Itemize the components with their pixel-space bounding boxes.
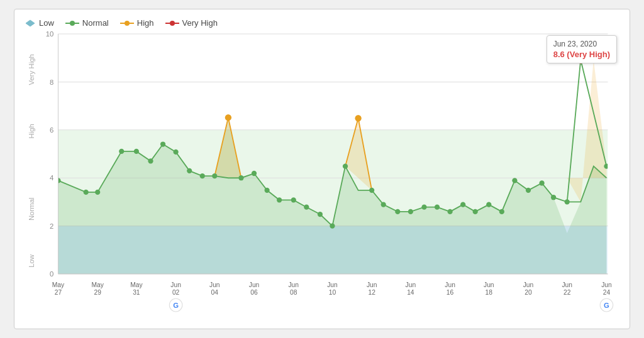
svg-text:8: 8	[50, 79, 53, 86]
svg-text:12: 12	[368, 289, 375, 296]
svg-text:6: 6	[50, 126, 53, 134]
svg-text:18: 18	[486, 289, 493, 296]
svg-point-45	[264, 188, 269, 193]
svg-point-47	[291, 197, 296, 202]
svg-text:G: G	[173, 302, 179, 309]
svg-point-67	[551, 195, 556, 200]
svg-text:04: 04	[211, 289, 219, 296]
svg-point-56	[408, 209, 413, 214]
svg-point-49	[318, 212, 323, 217]
svg-text:20: 20	[525, 289, 532, 296]
svg-text:Low: Low	[28, 254, 35, 268]
svg-point-55	[395, 209, 400, 214]
svg-text:Jun: Jun	[445, 281, 455, 288]
svg-text:29: 29	[94, 289, 101, 296]
svg-text:Very High: Very High	[28, 54, 35, 85]
svg-point-4	[125, 21, 130, 26]
svg-point-48	[304, 205, 309, 210]
svg-point-64	[512, 178, 517, 183]
svg-text:08: 08	[290, 289, 297, 296]
svg-text:May: May	[91, 281, 104, 288]
svg-point-6	[170, 21, 175, 26]
legend-high: High	[120, 18, 154, 28]
svg-text:02: 02	[172, 289, 180, 296]
svg-point-65	[526, 188, 531, 193]
svg-text:May: May	[130, 281, 143, 288]
svg-text:Jun: Jun	[288, 281, 299, 288]
chart-svg: Low Normal High Very High 0 2 4	[25, 34, 619, 313]
svg-point-40	[200, 173, 205, 178]
svg-point-52	[355, 115, 361, 121]
svg-point-66	[539, 180, 544, 185]
svg-text:2: 2	[50, 222, 53, 230]
svg-point-35	[134, 149, 139, 154]
svg-point-50	[330, 224, 335, 229]
svg-text:10: 10	[329, 289, 336, 296]
svg-point-33	[95, 190, 100, 195]
svg-text:24: 24	[603, 289, 611, 296]
svg-text:Jun: Jun	[562, 281, 572, 288]
svg-text:Jun: Jun	[484, 281, 494, 288]
svg-text:Jun: Jun	[249, 281, 260, 288]
tooltip-date: Jun 23, 2020	[553, 40, 610, 48]
legend-high-label: High	[137, 18, 154, 28]
svg-point-61	[473, 209, 478, 214]
svg-point-57	[421, 205, 426, 210]
svg-point-32	[84, 190, 89, 195]
legend-very-high-label: Very High	[182, 18, 218, 28]
svg-text:High: High	[28, 124, 35, 138]
svg-text:Jun: Jun	[327, 281, 338, 288]
svg-point-58	[435, 205, 440, 210]
svg-point-51	[343, 164, 348, 169]
svg-point-59	[447, 209, 452, 214]
legend-normal-label: Normal	[82, 18, 109, 28]
svg-point-34	[119, 149, 124, 154]
svg-point-42	[225, 114, 231, 121]
svg-text:22: 22	[564, 289, 571, 296]
svg-text:27: 27	[55, 289, 62, 296]
chart-legend: Low Normal High Very High	[25, 18, 619, 28]
svg-point-43	[238, 175, 243, 180]
svg-point-39	[187, 168, 192, 173]
svg-text:May: May	[52, 281, 65, 288]
svg-point-36	[148, 158, 153, 163]
svg-point-54	[381, 202, 386, 207]
legend-very-high: Very High	[165, 18, 218, 28]
svg-text:Jun: Jun	[209, 281, 220, 288]
svg-marker-27	[58, 226, 606, 274]
svg-text:31: 31	[133, 289, 140, 296]
svg-text:0: 0	[50, 270, 53, 278]
tooltip-value: 8.6 (Very High)	[553, 50, 610, 59]
svg-text:4: 4	[50, 174, 53, 182]
svg-text:Normal: Normal	[28, 197, 35, 221]
svg-point-68	[565, 199, 570, 204]
legend-normal: Normal	[65, 18, 109, 28]
svg-text:14: 14	[407, 289, 414, 296]
svg-text:16: 16	[447, 289, 454, 296]
svg-marker-0	[26, 20, 35, 26]
svg-point-44	[252, 171, 257, 176]
svg-point-37	[160, 141, 165, 146]
svg-point-62	[486, 202, 491, 207]
svg-text:Jun: Jun	[601, 281, 612, 288]
svg-text:06: 06	[250, 289, 258, 296]
svg-point-46	[277, 197, 282, 202]
chart-area: Jun 23, 2020 8.6 (Very High) Low Normal …	[25, 34, 619, 313]
legend-low-label: Low	[39, 18, 54, 28]
svg-text:Jun: Jun	[523, 281, 534, 288]
svg-point-41	[212, 173, 217, 178]
svg-point-70	[604, 164, 609, 169]
chart-container: Low Normal High Very High Jun 23, 2020 8…	[14, 9, 630, 329]
svg-point-60	[460, 202, 465, 207]
svg-point-53	[369, 188, 374, 193]
svg-point-63	[499, 209, 504, 214]
svg-text:Jun: Jun	[406, 281, 416, 288]
legend-low: Low	[25, 18, 54, 28]
svg-text:Jun: Jun	[367, 281, 377, 288]
svg-point-2	[70, 21, 75, 26]
svg-point-38	[174, 150, 179, 155]
svg-text:Jun: Jun	[170, 281, 181, 288]
svg-text:G: G	[604, 302, 609, 309]
tooltip: Jun 23, 2020 8.6 (Very High)	[547, 35, 617, 63]
svg-text:10: 10	[46, 30, 54, 38]
